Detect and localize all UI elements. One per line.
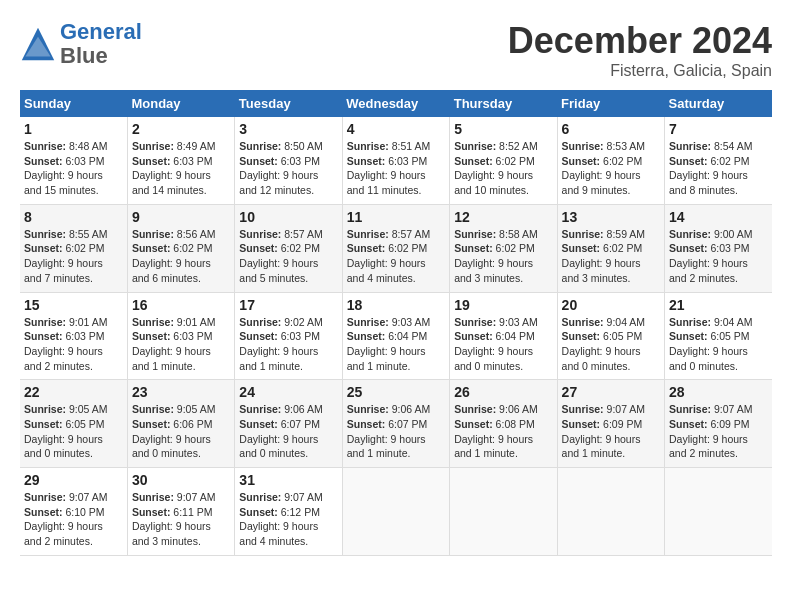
location: Fisterra, Galicia, Spain [508,62,772,80]
calendar-header-row: Sunday Monday Tuesday Wednesday Thursday… [20,90,772,117]
day-number: 9 [132,209,230,225]
table-row [450,468,557,556]
day-number: 25 [347,384,445,400]
table-row: 1Sunrise: 8:48 AMSunset: 6:03 PMDaylight… [20,117,127,204]
day-info: Sunrise: 9:06 AMSunset: 6:07 PMDaylight:… [239,402,337,461]
table-row: 2Sunrise: 8:49 AMSunset: 6:03 PMDaylight… [127,117,234,204]
table-row: 15Sunrise: 9:01 AMSunset: 6:03 PMDayligh… [20,292,127,380]
day-number: 13 [562,209,660,225]
day-number: 21 [669,297,768,313]
day-info: Sunrise: 9:07 AMSunset: 6:10 PMDaylight:… [24,490,123,549]
calendar-week-row: 15Sunrise: 9:01 AMSunset: 6:03 PMDayligh… [20,292,772,380]
day-number: 1 [24,121,123,137]
day-number: 29 [24,472,123,488]
day-number: 10 [239,209,337,225]
table-row: 25Sunrise: 9:06 AMSunset: 6:07 PMDayligh… [342,380,449,468]
day-info: Sunrise: 9:04 AMSunset: 6:05 PMDaylight:… [562,315,660,374]
day-info: Sunrise: 9:02 AMSunset: 6:03 PMDaylight:… [239,315,337,374]
calendar-table: Sunday Monday Tuesday Wednesday Thursday… [20,90,772,556]
table-row: 11Sunrise: 8:57 AMSunset: 6:02 PMDayligh… [342,204,449,292]
table-row: 4Sunrise: 8:51 AMSunset: 6:03 PMDaylight… [342,117,449,204]
day-number: 20 [562,297,660,313]
table-row [665,468,772,556]
day-info: Sunrise: 9:05 AMSunset: 6:05 PMDaylight:… [24,402,123,461]
day-number: 16 [132,297,230,313]
table-row: 14Sunrise: 9:00 AMSunset: 6:03 PMDayligh… [665,204,772,292]
calendar-week-row: 8Sunrise: 8:55 AMSunset: 6:02 PMDaylight… [20,204,772,292]
day-info: Sunrise: 9:00 AMSunset: 6:03 PMDaylight:… [669,227,768,286]
table-row: 10Sunrise: 8:57 AMSunset: 6:02 PMDayligh… [235,204,342,292]
table-row: 9Sunrise: 8:56 AMSunset: 6:02 PMDaylight… [127,204,234,292]
table-row: 18Sunrise: 9:03 AMSunset: 6:04 PMDayligh… [342,292,449,380]
day-number: 27 [562,384,660,400]
col-sunday: Sunday [20,90,127,117]
table-row: 22Sunrise: 9:05 AMSunset: 6:05 PMDayligh… [20,380,127,468]
table-row: 3Sunrise: 8:50 AMSunset: 6:03 PMDaylight… [235,117,342,204]
day-info: Sunrise: 8:57 AMSunset: 6:02 PMDaylight:… [239,227,337,286]
day-number: 28 [669,384,768,400]
day-number: 8 [24,209,123,225]
day-info: Sunrise: 9:05 AMSunset: 6:06 PMDaylight:… [132,402,230,461]
day-number: 23 [132,384,230,400]
day-number: 19 [454,297,552,313]
calendar-week-row: 1Sunrise: 8:48 AMSunset: 6:03 PMDaylight… [20,117,772,204]
logo-text: General Blue [60,20,142,68]
day-info: Sunrise: 8:48 AMSunset: 6:03 PMDaylight:… [24,139,123,198]
table-row [557,468,664,556]
day-number: 11 [347,209,445,225]
table-row: 16Sunrise: 9:01 AMSunset: 6:03 PMDayligh… [127,292,234,380]
table-row [342,468,449,556]
table-row: 23Sunrise: 9:05 AMSunset: 6:06 PMDayligh… [127,380,234,468]
day-number: 4 [347,121,445,137]
day-info: Sunrise: 8:56 AMSunset: 6:02 PMDaylight:… [132,227,230,286]
day-info: Sunrise: 8:55 AMSunset: 6:02 PMDaylight:… [24,227,123,286]
day-number: 24 [239,384,337,400]
table-row: 24Sunrise: 9:06 AMSunset: 6:07 PMDayligh… [235,380,342,468]
table-row: 30Sunrise: 9:07 AMSunset: 6:11 PMDayligh… [127,468,234,556]
day-number: 12 [454,209,552,225]
day-info: Sunrise: 8:50 AMSunset: 6:03 PMDaylight:… [239,139,337,198]
day-number: 26 [454,384,552,400]
col-thursday: Thursday [450,90,557,117]
day-info: Sunrise: 8:53 AMSunset: 6:02 PMDaylight:… [562,139,660,198]
page-header: General Blue December 2024 Fisterra, Gal… [20,20,772,80]
day-info: Sunrise: 9:01 AMSunset: 6:03 PMDaylight:… [132,315,230,374]
day-info: Sunrise: 8:54 AMSunset: 6:02 PMDaylight:… [669,139,768,198]
table-row: 31Sunrise: 9:07 AMSunset: 6:12 PMDayligh… [235,468,342,556]
month-title: December 2024 [508,20,772,62]
day-info: Sunrise: 9:07 AMSunset: 6:09 PMDaylight:… [562,402,660,461]
day-info: Sunrise: 9:06 AMSunset: 6:07 PMDaylight:… [347,402,445,461]
logo: General Blue [20,20,142,68]
table-row: 19Sunrise: 9:03 AMSunset: 6:04 PMDayligh… [450,292,557,380]
day-info: Sunrise: 9:03 AMSunset: 6:04 PMDaylight:… [454,315,552,374]
day-info: Sunrise: 8:57 AMSunset: 6:02 PMDaylight:… [347,227,445,286]
day-info: Sunrise: 9:06 AMSunset: 6:08 PMDaylight:… [454,402,552,461]
day-number: 17 [239,297,337,313]
calendar-week-row: 29Sunrise: 9:07 AMSunset: 6:10 PMDayligh… [20,468,772,556]
day-number: 6 [562,121,660,137]
title-block: December 2024 Fisterra, Galicia, Spain [508,20,772,80]
day-info: Sunrise: 8:52 AMSunset: 6:02 PMDaylight:… [454,139,552,198]
day-number: 7 [669,121,768,137]
table-row: 17Sunrise: 9:02 AMSunset: 6:03 PMDayligh… [235,292,342,380]
day-info: Sunrise: 9:03 AMSunset: 6:04 PMDaylight:… [347,315,445,374]
day-number: 31 [239,472,337,488]
day-info: Sunrise: 9:07 AMSunset: 6:11 PMDaylight:… [132,490,230,549]
table-row: 29Sunrise: 9:07 AMSunset: 6:10 PMDayligh… [20,468,127,556]
table-row: 21Sunrise: 9:04 AMSunset: 6:05 PMDayligh… [665,292,772,380]
col-monday: Monday [127,90,234,117]
day-number: 2 [132,121,230,137]
table-row: 20Sunrise: 9:04 AMSunset: 6:05 PMDayligh… [557,292,664,380]
table-row: 8Sunrise: 8:55 AMSunset: 6:02 PMDaylight… [20,204,127,292]
table-row: 27Sunrise: 9:07 AMSunset: 6:09 PMDayligh… [557,380,664,468]
col-tuesday: Tuesday [235,90,342,117]
col-saturday: Saturday [665,90,772,117]
table-row: 5Sunrise: 8:52 AMSunset: 6:02 PMDaylight… [450,117,557,204]
day-number: 5 [454,121,552,137]
table-row: 7Sunrise: 8:54 AMSunset: 6:02 PMDaylight… [665,117,772,204]
table-row: 12Sunrise: 8:58 AMSunset: 6:02 PMDayligh… [450,204,557,292]
day-info: Sunrise: 8:51 AMSunset: 6:03 PMDaylight:… [347,139,445,198]
table-row: 13Sunrise: 8:59 AMSunset: 6:02 PMDayligh… [557,204,664,292]
day-info: Sunrise: 8:59 AMSunset: 6:02 PMDaylight:… [562,227,660,286]
day-info: Sunrise: 9:07 AMSunset: 6:09 PMDaylight:… [669,402,768,461]
